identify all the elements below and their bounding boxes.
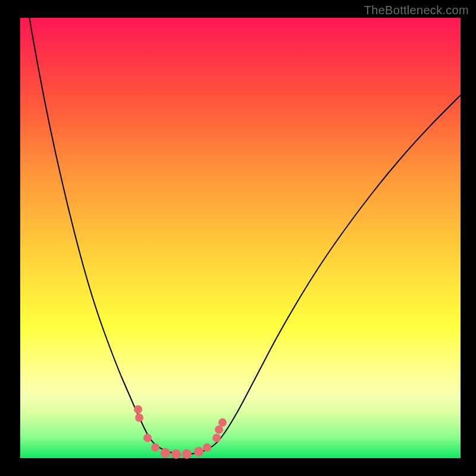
chart-stage: TheBottleneck.com [0,0,476,476]
right-curve [187,95,461,455]
marker-dot [135,414,143,422]
marker-dot [218,418,227,427]
marker-dot [212,434,221,442]
plot-area [20,18,461,458]
marker-dot [134,405,142,414]
chart-svg [20,18,461,458]
marker-dot [143,434,152,442]
marker-dot [182,449,192,459]
sweet-spot-markers [134,405,227,459]
marker-dot [203,443,211,452]
marker-dot [151,443,159,452]
marker-dot [215,425,223,434]
marker-dot [171,449,181,459]
left-curve [22,0,181,455]
watermark-text: TheBottleneck.com [364,4,469,17]
marker-dot [194,447,203,456]
marker-dot [161,448,170,458]
